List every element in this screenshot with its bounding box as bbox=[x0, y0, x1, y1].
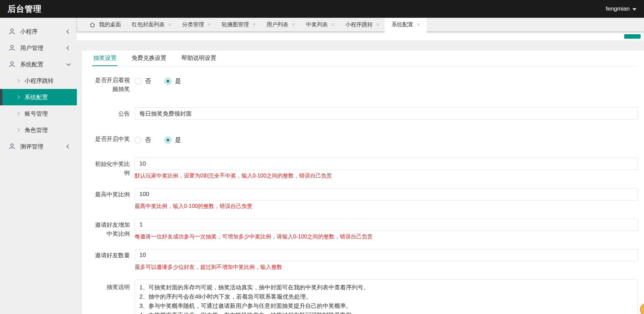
tab-carousel-mgmt[interactable]: 轮播图管理 × bbox=[216, 18, 261, 31]
tab-label: 轮播图管理 bbox=[222, 18, 249, 31]
field-hint: 最高中奖比例，输入0-100的整数，错误自己负责 bbox=[135, 203, 638, 210]
chevron-right-icon bbox=[16, 128, 19, 132]
active-indicator bbox=[0, 89, 2, 105]
chevron-down-icon bbox=[632, 8, 636, 11]
chevron-down-icon bbox=[66, 62, 71, 66]
radio-yes[interactable]: 是 bbox=[165, 136, 181, 144]
win-enabled-radio-group: 否 是 bbox=[135, 135, 638, 144]
sidebar: 小程序 用户管理 系统配置 小程序跳转 系统配置 账号管理 角色管理 bbox=[0, 18, 77, 314]
user-menu[interactable]: fengmian bbox=[606, 5, 636, 12]
sidebar-item-label: 小程序跳转 bbox=[25, 77, 54, 85]
tab-category-mgmt[interactable]: 分类管理 × bbox=[177, 18, 216, 31]
form-row-video-lottery: 是否开启看视频抽奖 否 是 bbox=[92, 76, 638, 94]
app-window: 后台管理 fengmian 小程序 用户管理 系统配置 小程序跳转 bbox=[0, 0, 644, 314]
tab-label: 红包封面列表 bbox=[132, 18, 165, 31]
field-label: 是否开启中奖 bbox=[92, 135, 130, 144]
sidebar-item-miniprogram[interactable]: 小程序 bbox=[0, 23, 77, 40]
chevron-right-icon bbox=[16, 79, 19, 82]
tab-lottery-settings[interactable]: 抽奖设置 bbox=[92, 51, 118, 66]
field-label: 邀请好友数量 bbox=[92, 249, 130, 260]
tab-free-exchange-settings[interactable]: 免费兑换设置 bbox=[131, 51, 167, 66]
invite-count-input[interactable] bbox=[135, 249, 638, 261]
tab-system-config[interactable]: 系统配置 × bbox=[385, 18, 427, 40]
tab-label: 分类管理 bbox=[182, 18, 204, 31]
tab-label: 系统配置 bbox=[392, 18, 413, 31]
chevron-right-icon bbox=[16, 95, 19, 99]
toolbar-strip bbox=[77, 31, 644, 40]
close-icon[interactable]: × bbox=[207, 22, 210, 27]
radio-circle-icon bbox=[135, 137, 141, 143]
form-row-invite-ratio: 邀请好友增加中奖比例 每邀请一位好友成功参与一次抽奖，可增加多少中奖比例，请输入… bbox=[92, 219, 638, 240]
sidebar-item-review-mgmt[interactable]: 测评管理 bbox=[0, 138, 77, 155]
sidebar-subitem-miniprogram-jump[interactable]: 小程序跳转 bbox=[0, 73, 77, 89]
field-label: 是否开启看视频抽奖 bbox=[92, 76, 130, 94]
close-icon[interactable]: × bbox=[168, 22, 171, 27]
sidebar-item-label: 角色管理 bbox=[25, 126, 48, 134]
tab-user-list[interactable]: 用户列表 × bbox=[261, 18, 300, 31]
user-icon bbox=[8, 143, 16, 150]
tab-label: 我的桌面 bbox=[99, 18, 121, 31]
chevron-left-icon bbox=[66, 46, 71, 50]
user-icon bbox=[8, 61, 16, 68]
sidebar-item-label: 系统配置 bbox=[20, 61, 67, 68]
tab-label: 小程序跳转 bbox=[345, 18, 373, 31]
form-row-max-ratio: 最高中奖比例 最高中奖比例，输入0-100的整数，错误自己负责 bbox=[92, 188, 638, 210]
field-hint: 最多可以邀请多少位好友，超过则不增加中奖比例，输入整数 bbox=[135, 264, 638, 271]
sidebar-item-system-config[interactable]: 系统配置 bbox=[0, 56, 77, 73]
invite-ratio-input[interactable] bbox=[135, 219, 638, 231]
close-icon[interactable]: × bbox=[376, 22, 379, 27]
sidebar-item-user-mgmt[interactable]: 用户管理 bbox=[0, 40, 77, 56]
username: fengmian bbox=[606, 5, 630, 12]
field-hint: 每邀请一位好友成功参与一次抽奖，可增加多少中奖比例，请输入0-100之间的整数，… bbox=[135, 233, 638, 240]
field-hint: 默认玩家中奖比例，设置为0则完全不中奖，输入0-100之间的整数，错误自己负责 bbox=[135, 172, 638, 179]
radio-circle-icon bbox=[165, 137, 171, 143]
lottery-settings-form: 是否开启看视频抽奖 否 是 公告 bbox=[92, 66, 638, 314]
sidebar-item-label: 测评管理 bbox=[20, 143, 67, 151]
close-icon[interactable]: × bbox=[252, 22, 256, 27]
init-ratio-input[interactable] bbox=[135, 158, 638, 170]
chevron-right-icon bbox=[16, 112, 19, 115]
sidebar-item-label: 账号管理 bbox=[25, 110, 48, 118]
lottery-description-textarea[interactable]: 1、可抽奖封面的库存均可观，抽奖活动真实，抽中封面可在我的中奖列表中查看序列号。… bbox=[135, 279, 638, 314]
tab-redpacket-cover-list[interactable]: 红包封面列表 × bbox=[126, 18, 177, 31]
tab-help-description-settings[interactable]: 帮助说明设置 bbox=[180, 51, 217, 66]
close-icon[interactable]: × bbox=[292, 22, 295, 27]
radio-circle-icon bbox=[165, 78, 171, 84]
radio-label: 是 bbox=[175, 77, 181, 85]
field-label: 公告 bbox=[92, 107, 130, 118]
sidebar-subitem-system-config[interactable]: 系统配置 bbox=[0, 89, 77, 105]
field-label: 抽奖说明 bbox=[92, 279, 130, 292]
home-icon bbox=[89, 22, 96, 28]
radio-no[interactable]: 否 bbox=[135, 77, 151, 85]
field-label: 邀请好友增加中奖比例 bbox=[92, 219, 130, 238]
video-lottery-radio-group: 否 是 bbox=[135, 76, 638, 85]
toolbar-mini-button[interactable] bbox=[624, 34, 641, 39]
form-row-description: 抽奖说明 1、可抽奖封面的库存均可观，抽奖活动真实，抽中封面可在我的中奖列表中查… bbox=[92, 279, 638, 314]
sidebar-subitem-account-mgmt[interactable]: 账号管理 bbox=[0, 105, 77, 122]
field-label: 最高中奖比例 bbox=[92, 188, 130, 199]
tab-miniprogram-jump[interactable]: 小程序跳转 × bbox=[340, 18, 385, 31]
form-row-notice: 公告 bbox=[92, 107, 638, 120]
field-label: 初始化中奖比例 bbox=[92, 158, 130, 178]
radio-label: 否 bbox=[145, 77, 151, 85]
chevron-left-icon bbox=[66, 29, 71, 34]
sidebar-item-label: 小程序 bbox=[20, 28, 67, 36]
notice-input[interactable] bbox=[135, 107, 638, 120]
close-icon[interactable]: × bbox=[331, 22, 334, 27]
form-row-invite-count: 邀请好友数量 最多可以邀请多少位好友，超过则不增加中奖比例，输入整数 bbox=[92, 249, 638, 271]
close-icon[interactable]: × bbox=[417, 22, 420, 27]
max-ratio-input[interactable] bbox=[135, 188, 638, 200]
radio-no[interactable]: 否 bbox=[135, 136, 151, 144]
chevron-left-icon bbox=[66, 144, 71, 149]
form-row-win-enabled: 是否开启中奖 否 是 bbox=[92, 135, 638, 144]
tab-label: 中奖列表 bbox=[306, 18, 328, 31]
sidebar-subitem-role-mgmt[interactable]: 角色管理 bbox=[0, 122, 77, 138]
tab-winner-list[interactable]: 中奖列表 × bbox=[300, 18, 340, 31]
radio-label: 否 bbox=[145, 136, 151, 144]
radio-circle-icon bbox=[135, 78, 141, 84]
radio-yes[interactable]: 是 bbox=[165, 77, 181, 85]
user-icon bbox=[8, 28, 16, 35]
radio-label: 是 bbox=[175, 136, 181, 144]
content-card: 抽奖设置 免费兑换设置 帮助说明设置 是否开启看视频抽奖 否 是 bbox=[82, 51, 644, 314]
tab-my-desktop[interactable]: 我的桌面 bbox=[84, 18, 126, 31]
